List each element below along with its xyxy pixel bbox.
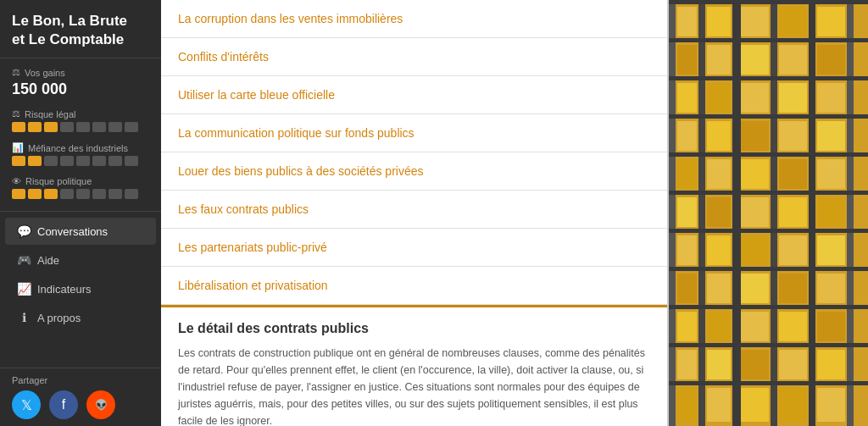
svg-rect-57 — [779, 274, 807, 303]
svg-rect-70 — [707, 388, 731, 422]
svg-rect-37 — [779, 121, 807, 151]
svg-rect-13 — [669, 191, 868, 195]
svg-rect-9 — [669, 38, 868, 42]
svg-rect-23 — [817, 7, 845, 36]
nav-apropos-label: A propos — [37, 312, 81, 324]
svg-rect-63 — [817, 312, 845, 341]
svg-rect-4 — [732, 0, 741, 426]
industrial-distrust-bar — [12, 156, 149, 166]
svg-rect-62 — [779, 312, 807, 341]
svg-rect-68 — [817, 350, 845, 379]
svg-rect-42 — [779, 159, 807, 189]
topic-item-8[interactable]: Libéralisation et privatisation — [161, 267, 667, 305]
svg-rect-46 — [741, 197, 769, 227]
apropos-icon: ℹ — [17, 311, 31, 324]
nav-conversations[interactable]: 💬 Conversations — [5, 218, 156, 245]
svg-rect-15 — [669, 267, 868, 271]
industrial-distrust-section: 📊 Méfiance des industriels — [0, 139, 161, 173]
svg-rect-26 — [741, 45, 769, 75]
nav-indicateurs-label: Indicateurs — [37, 283, 92, 296]
political-risk-label: 👁 Risque politique — [12, 176, 149, 186]
svg-rect-48 — [817, 197, 845, 227]
nav-conversations-label: Conversations — [37, 225, 108, 238]
svg-rect-29 — [677, 83, 697, 113]
share-label: Partager — [12, 375, 149, 385]
legal-risk-bar — [12, 122, 149, 132]
svg-rect-65 — [707, 350, 731, 379]
facebook-button[interactable]: f — [49, 390, 78, 419]
political-risk-bar — [12, 189, 149, 199]
reddit-button[interactable]: 👽 — [86, 390, 115, 419]
svg-rect-51 — [741, 235, 769, 265]
svg-rect-34 — [677, 121, 697, 151]
topic-detail-title: Le détail des contrats publics — [178, 321, 650, 336]
svg-rect-45 — [707, 197, 731, 227]
legal-icon: ⚖ — [12, 108, 20, 119]
svg-rect-25 — [707, 45, 731, 75]
svg-rect-35 — [707, 121, 731, 151]
svg-rect-38 — [817, 121, 845, 151]
svg-rect-71 — [741, 388, 769, 422]
svg-rect-69 — [677, 388, 697, 422]
svg-rect-61 — [741, 312, 769, 341]
svg-rect-72 — [779, 388, 807, 422]
topic-item-7[interactable]: Les partenariats public-privé — [161, 229, 667, 267]
nav-aide-label: Aide — [37, 254, 59, 267]
svg-rect-14 — [669, 229, 868, 233]
svg-rect-73 — [817, 388, 845, 422]
svg-rect-21 — [741, 7, 769, 36]
svg-rect-24 — [677, 45, 697, 75]
sidebar: Le Bon, La Bruteet Le Comptable ⚖ Vos ga… — [0, 0, 161, 426]
svg-rect-55 — [707, 274, 731, 303]
svg-rect-56 — [741, 274, 769, 303]
topic-item-6[interactable]: Les faux contrats publics — [161, 191, 667, 229]
svg-rect-10 — [669, 76, 868, 80]
distrust-icon: 📊 — [12, 142, 24, 153]
svg-rect-17 — [669, 343, 868, 347]
industrial-distrust-label: 📊 Méfiance des industriels — [12, 142, 149, 153]
sidebar-bottom: Partager 𝕏 f 👽 — [0, 368, 161, 426]
svg-rect-11 — [669, 114, 868, 119]
svg-rect-6 — [809, 0, 815, 426]
svg-rect-30 — [707, 83, 731, 113]
svg-rect-50 — [707, 235, 731, 265]
svg-rect-58 — [817, 274, 845, 303]
conversations-icon: 💬 — [17, 224, 31, 238]
svg-rect-54 — [677, 274, 697, 303]
topic-list[interactable]: La corruption dans les ventes immobilièr… — [161, 0, 669, 426]
political-risk-section: 👁 Risque politique — [0, 173, 161, 206]
svg-rect-5 — [771, 0, 777, 426]
topic-item-1[interactable]: La corruption dans les ventes immobilièr… — [161, 0, 667, 38]
svg-rect-28 — [817, 45, 845, 75]
svg-rect-67 — [779, 350, 807, 379]
svg-rect-47 — [779, 197, 807, 227]
topic-item-5[interactable]: Louer des biens publics à des sociétés p… — [161, 152, 667, 191]
nav-indicateurs[interactable]: 📈 Indicateurs — [5, 275, 156, 302]
topic-item-4[interactable]: La communication politique sur fonds pub… — [161, 114, 667, 152]
svg-rect-43 — [817, 159, 845, 189]
gains-icon: ⚖ — [12, 67, 20, 78]
topic-detail-text: Les contrats de construction publique on… — [178, 345, 650, 426]
svg-rect-18 — [669, 381, 868, 385]
gains-section: ⚖ Vos gains 150 000 — [0, 64, 161, 105]
nav-aide[interactable]: 🎮 Aide — [5, 246, 156, 274]
svg-rect-19 — [677, 7, 697, 36]
svg-rect-31 — [741, 83, 769, 113]
social-icons: 𝕏 f 👽 — [12, 390, 149, 419]
nav-apropos[interactable]: ℹ A propos — [5, 304, 156, 331]
main-content: La corruption dans les ventes immobilièr… — [161, 0, 669, 426]
gains-label: ⚖ Vos gains — [12, 67, 149, 78]
svg-rect-3 — [698, 0, 705, 426]
legal-risk-label: ⚖ Risque légal — [12, 108, 149, 119]
gains-value: 150 000 — [12, 80, 149, 98]
svg-rect-53 — [817, 235, 845, 265]
topic-item-3[interactable]: Utiliser la carte bleue officielle — [161, 76, 667, 114]
svg-rect-64 — [677, 350, 697, 379]
app-title: Le Bon, La Bruteet Le Comptable — [0, 0, 161, 58]
svg-rect-27 — [779, 45, 807, 75]
topic-item-2[interactable]: Conflits d'intérêts — [161, 38, 667, 76]
legal-risk-section: ⚖ Risque légal — [0, 105, 161, 139]
svg-rect-16 — [669, 305, 868, 309]
twitter-button[interactable]: 𝕏 — [12, 390, 41, 419]
svg-rect-52 — [779, 235, 807, 265]
